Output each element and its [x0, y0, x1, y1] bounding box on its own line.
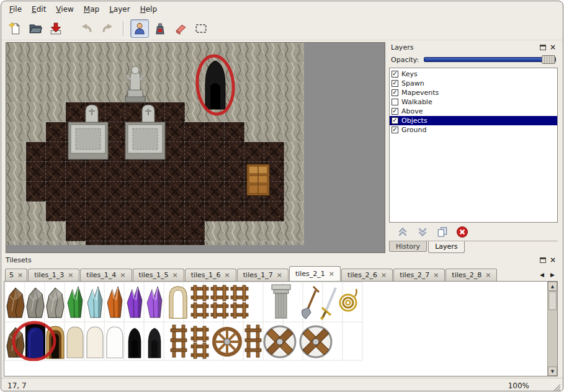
cursor-coordinates: 17, 7	[7, 381, 27, 390]
status-bar: 17, 7 100%	[1, 378, 563, 391]
layer-visibility-checkbox[interactable]: ✓	[392, 71, 398, 78]
layer-row-keys[interactable]: ✓ Keys	[390, 69, 557, 79]
menu-file[interactable]: File	[4, 3, 27, 16]
close-tab-icon[interactable]: ×	[329, 270, 334, 277]
check-icon: ✓	[392, 127, 397, 133]
tileset-tab-bar: 5 × tiles_1_3 × tiles_1_4 × tiles_1_5 × …	[4, 265, 558, 281]
dock-tab-bar: History Layers	[389, 241, 558, 254]
tileset-tab[interactable]: 5 ×	[5, 269, 27, 281]
close-panel-icon[interactable]: ×	[550, 257, 556, 263]
close-tab-icon[interactable]: ×	[433, 272, 439, 278]
tileset-tab[interactable]: tiles_1_3 ×	[28, 269, 79, 281]
tileset-tab[interactable]: tiles_2_8 ×	[445, 269, 497, 281]
scroll-tabs-left-icon[interactable]: ◀	[537, 269, 547, 281]
fill-tool-button[interactable]	[151, 19, 169, 38]
menu-help[interactable]: Help	[135, 3, 162, 16]
tileset-tab-label: tiles_2_1	[295, 270, 325, 278]
scrollbar-thumb[interactable]	[548, 292, 557, 310]
scroll-up-icon[interactable]: ▲	[548, 282, 557, 291]
layer-row-ground[interactable]: ✓ Ground	[390, 125, 557, 135]
eraser-tool-icon	[174, 22, 187, 35]
float-panel-icon[interactable]	[540, 257, 546, 263]
undo-icon	[80, 22, 94, 35]
scroll-tabs-right-icon[interactable]: ▶	[547, 269, 558, 281]
gravestone-object	[86, 105, 98, 123]
delete-layer-button[interactable]	[456, 226, 468, 238]
toolbar-separator	[123, 21, 124, 36]
tileset-tab[interactable]: tiles_2_7 ×	[393, 269, 445, 281]
redo-icon	[101, 22, 114, 35]
tileset-tab-label: tiles_1_7	[243, 271, 273, 279]
check-icon: ✓	[392, 80, 397, 86]
tileset-tab-label: tiles_1_3	[34, 271, 64, 279]
layer-name: Above	[401, 107, 423, 115]
open-map-button[interactable]	[26, 19, 45, 38]
opacity-slider-track[interactable]	[424, 57, 556, 62]
opacity-slider-handle[interactable]	[542, 55, 555, 64]
tileset-tab-label: 5	[9, 271, 14, 279]
map-canvas[interactable]	[6, 43, 385, 252]
layer-visibility-checkbox[interactable]: ✓	[392, 89, 398, 96]
layer-visibility-checkbox[interactable]: ✓	[392, 117, 398, 124]
menu-layer[interactable]: Layer	[104, 3, 135, 16]
layer-visibility-checkbox[interactable]: ✓	[392, 127, 398, 133]
tileset-tab[interactable]: tiles_1_4 ×	[80, 269, 132, 281]
tileset-tab[interactable]: tiles_1_7 ×	[237, 269, 289, 281]
map-view[interactable]	[6, 42, 385, 253]
tileset-tab[interactable]: tiles_1_5 ×	[133, 269, 184, 281]
close-panel-icon[interactable]: ×	[550, 44, 556, 50]
opacity-slider[interactable]	[424, 55, 556, 64]
layers-panel-title: Layers	[391, 43, 413, 51]
close-tab-icon[interactable]: ×	[68, 272, 73, 278]
close-tab-icon[interactable]: ×	[225, 272, 230, 278]
tileset-tab-label: tiles_1_5	[139, 271, 169, 279]
tab-history[interactable]: History	[389, 241, 427, 252]
open-map-icon	[29, 22, 42, 35]
layer-row-above[interactable]: ✓ Above	[390, 107, 557, 116]
tileset-canvas[interactable]	[4, 282, 547, 376]
tile-dark-blue-door[interactable]	[25, 324, 45, 359]
duplicate-layer-button[interactable]	[436, 226, 449, 238]
undo-button[interactable]	[78, 19, 96, 38]
scrollbar-track[interactable]	[548, 311, 557, 367]
layer-row-spawn[interactable]: ✓ Spawn	[390, 79, 557, 88]
close-tab-icon[interactable]: ×	[172, 272, 177, 278]
eraser-tool-button[interactable]	[171, 19, 190, 38]
layer-visibility-checkbox[interactable]: ✓	[392, 108, 398, 115]
tileset-tab[interactable]: tiles_2_6 ×	[341, 269, 393, 281]
close-tab-icon[interactable]: ×	[277, 272, 282, 278]
tab-layers[interactable]: Layers	[428, 241, 464, 253]
layer-row-objects[interactable]: ✓ Objects	[390, 116, 557, 125]
close-tab-icon[interactable]: ×	[485, 272, 491, 278]
layer-row-walkable[interactable]: Walkable	[390, 97, 557, 107]
resize-grip[interactable]	[552, 383, 561, 391]
move-layer-up-button[interactable]	[396, 226, 409, 238]
tileset-vertical-scrollbar[interactable]: ▲ ▼	[547, 282, 557, 376]
new-map-button[interactable]	[6, 19, 24, 38]
scroll-down-icon[interactable]: ▼	[548, 367, 557, 376]
tilesets-panel-title: Tilesets	[6, 256, 32, 264]
save-map-icon	[49, 22, 63, 35]
close-tab-icon[interactable]: ×	[17, 272, 23, 278]
layer-row-mapevents[interactable]: ✓ Mapevents	[390, 88, 557, 97]
float-panel-icon[interactable]	[540, 45, 546, 50]
redo-button[interactable]	[98, 19, 117, 38]
main-area: Layers × Opacity: ✓ Keys ✓	[1, 40, 563, 254]
close-tab-icon[interactable]: ×	[120, 272, 125, 278]
layer-name: Keys	[401, 70, 418, 78]
select-tool-button[interactable]	[192, 19, 210, 38]
layer-visibility-checkbox[interactable]	[392, 99, 398, 105]
layer-visibility-checkbox[interactable]: ✓	[392, 80, 398, 87]
crypt-slab-object	[125, 122, 165, 159]
menu-view[interactable]: View	[51, 3, 78, 16]
select-tool-icon	[194, 22, 208, 35]
layers-panel: Layers × Opacity: ✓ Keys ✓	[389, 42, 558, 254]
menu-map[interactable]: Map	[79, 3, 104, 16]
close-tab-icon[interactable]: ×	[381, 272, 387, 278]
tileset-tab[interactable]: tiles_1_6 ×	[185, 269, 236, 281]
menu-edit[interactable]: Edit	[27, 3, 51, 16]
move-layer-down-button[interactable]	[416, 226, 429, 238]
save-map-button[interactable]	[47, 19, 65, 38]
place-entity-button[interactable]	[130, 19, 149, 38]
tileset-tab-active[interactable]: tiles_2_1 ×	[289, 266, 341, 281]
